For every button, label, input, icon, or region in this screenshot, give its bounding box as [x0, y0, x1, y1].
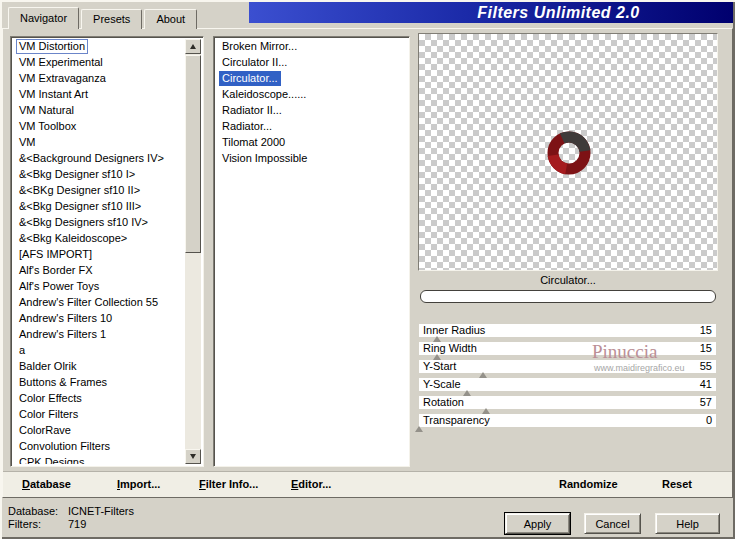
slider-thumb[interactable] — [415, 426, 423, 432]
filter-item-label: Tilomat 2000 — [219, 135, 288, 150]
reset-button[interactable]: Reset — [662, 478, 692, 490]
category-item[interactable]: Andrew's Filters 1 — [13, 327, 185, 343]
category-item[interactable]: &<BKg Designer sf10 II> — [13, 183, 185, 199]
randomize-button[interactable]: Randomize — [559, 478, 618, 490]
category-item[interactable]: Balder Olrik — [13, 359, 185, 375]
category-item[interactable]: Alf's Border FX — [13, 263, 185, 279]
apply-button[interactable]: Apply — [505, 513, 570, 534]
category-item[interactable]: VM Distortion — [13, 39, 185, 55]
filter-item[interactable]: Circulator II... — [216, 55, 407, 71]
scrollbar-up-button[interactable] — [185, 39, 201, 54]
category-item-label: Alf's Border FX — [16, 263, 96, 278]
title-banner: Filters Unlimited 2.0 — [249, 2, 733, 23]
slider-thumb[interactable] — [463, 390, 471, 396]
category-item[interactable]: VM Extravaganza — [13, 71, 185, 87]
param-slider[interactable] — [419, 427, 716, 432]
editor-button[interactable]: Editor... — [291, 478, 331, 490]
slider-thumb[interactable] — [482, 408, 490, 414]
slider-thumb[interactable] — [433, 354, 441, 360]
category-item[interactable]: Buttons & Frames — [13, 375, 185, 391]
preview-panel — [418, 33, 718, 271]
category-item[interactable]: &<Bkg Kaleidoscope> — [13, 231, 185, 247]
category-item-label: VM — [16, 135, 39, 150]
category-item[interactable]: &<Bkg Designer sf10 III> — [13, 199, 185, 215]
category-panel: VM DistortionVM ExperimentalVM Extravaga… — [10, 36, 204, 467]
category-item[interactable]: a — [13, 343, 185, 359]
category-item-label: CPK Designs — [16, 455, 87, 464]
category-item-label: &<Bkg Kaleidoscope> — [16, 231, 130, 246]
param-row: Inner Radius15 — [419, 324, 716, 337]
param-slider[interactable] — [419, 337, 716, 342]
category-item-label: &<Bkg Designer sf10 I> — [16, 167, 138, 182]
filter-list: Broken Mirror...Circulator II...Circulat… — [216, 39, 407, 464]
category-item-label: VM Toolbox — [16, 119, 79, 134]
param-value: 15 — [700, 342, 712, 355]
filter-info-button[interactable]: Filter Info... — [199, 478, 258, 490]
database-button[interactable]: Database — [22, 478, 71, 490]
filter-item[interactable]: Radiator... — [216, 119, 407, 135]
slider-thumb[interactable] — [479, 372, 487, 378]
category-item[interactable]: CPK Designs — [13, 455, 185, 464]
param-slider[interactable] — [419, 355, 716, 360]
category-item[interactable]: &<Bkg Designer sf10 I> — [13, 167, 185, 183]
import-button[interactable]: Import... — [117, 478, 160, 490]
tab-presets[interactable]: Presets — [81, 9, 142, 29]
filter-item-label: Vision Impossible — [219, 151, 310, 166]
category-item-label: ColorRave — [16, 423, 74, 438]
category-item[interactable]: Andrew's Filters 10 — [13, 311, 185, 327]
filter-item[interactable]: Vision Impossible — [216, 151, 407, 167]
slider-thumb[interactable] — [433, 336, 441, 342]
category-item-label: Buttons & Frames — [16, 375, 110, 390]
filter-item-label: Circulator... — [219, 71, 281, 86]
category-item-label: VM Natural — [16, 103, 77, 118]
filter-item-label: Kaleidoscope...... — [219, 87, 309, 102]
category-item[interactable]: Color Filters — [13, 407, 185, 423]
tab-navigator[interactable]: Navigator — [8, 7, 79, 29]
tab-about[interactable]: About — [144, 9, 197, 29]
category-item[interactable]: Convolution Filters — [13, 439, 185, 455]
category-item[interactable]: &<Background Designers IV> — [13, 151, 185, 167]
category-item[interactable]: VM Experimental — [13, 55, 185, 71]
category-item[interactable]: Color Effects — [13, 391, 185, 407]
param-value: 55 — [700, 360, 712, 373]
filter-item[interactable]: Tilomat 2000 — [216, 135, 407, 151]
filter-item[interactable]: Kaleidoscope...... — [216, 87, 407, 103]
scrollbar-thumb[interactable] — [185, 55, 201, 253]
filter-item-label: Circulator II... — [219, 55, 290, 70]
preview-ring-image — [541, 125, 597, 181]
param-value: 57 — [700, 396, 712, 409]
filter-item[interactable]: Radiator II... — [216, 103, 407, 119]
selected-filter-label: Circulator... — [418, 273, 718, 287]
param-slider[interactable] — [419, 409, 716, 414]
category-item[interactable]: Alf's Power Toys — [13, 279, 185, 295]
category-item[interactable]: ColorRave — [13, 423, 185, 439]
param-label: Ring Width — [423, 342, 477, 355]
category-list: VM DistortionVM ExperimentalVM Extravaga… — [13, 39, 185, 464]
category-item[interactable]: VM — [13, 135, 185, 151]
category-item-label: Balder Olrik — [16, 359, 79, 374]
category-item-label: VM Distortion — [16, 39, 88, 54]
filter-item[interactable]: Circulator... — [216, 71, 407, 87]
category-item[interactable]: [AFS IMPORT] — [13, 247, 185, 263]
category-item[interactable]: &<Bkg Designers sf10 IV> — [13, 215, 185, 231]
filter-item[interactable]: Broken Mirror... — [216, 39, 407, 55]
param-slider[interactable] — [419, 373, 716, 378]
parameters: Inner Radius15Ring Width15Y-Start55Y-Sca… — [419, 324, 716, 432]
filters-count-label: Filters: — [8, 518, 41, 530]
category-item-label: VM Experimental — [16, 55, 106, 70]
bottom-toolbar: Database Import... Filter Info... Editor… — [3, 471, 732, 497]
category-item-label: Color Effects — [16, 391, 85, 406]
help-button[interactable]: Help — [655, 513, 720, 534]
category-item[interactable]: VM Instant Art — [13, 87, 185, 103]
filter-item-label: Broken Mirror... — [219, 39, 300, 54]
scrollbar-down-button[interactable] — [185, 449, 201, 464]
category-item[interactable]: Andrew's Filter Collection 55 — [13, 295, 185, 311]
category-scrollbar[interactable] — [185, 39, 201, 464]
category-item[interactable]: VM Natural — [13, 103, 185, 119]
cancel-button[interactable]: Cancel — [584, 513, 641, 534]
filter-item-label: Radiator... — [219, 119, 275, 134]
category-item-label: Andrew's Filters 1 — [16, 327, 109, 342]
category-item-label: &<Bkg Designers sf10 IV> — [16, 215, 151, 230]
category-item[interactable]: VM Toolbox — [13, 119, 185, 135]
param-slider[interactable] — [419, 391, 716, 396]
